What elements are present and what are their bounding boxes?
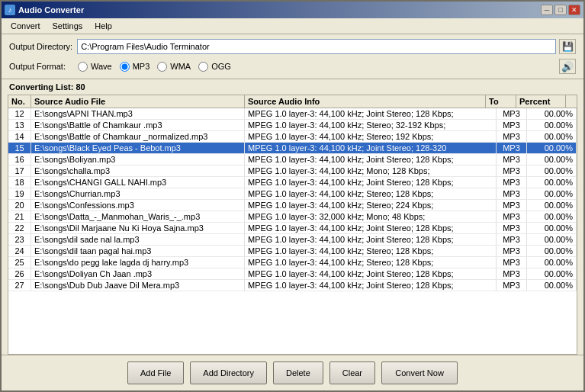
cell-file: E:\songs\Datta_-_Manmohan_Waris_-_.mp3 (31, 211, 245, 222)
format-row: Output Format: Wave MP3 WMA OGG 🔊 (9, 59, 576, 74)
cell-no: 13 (8, 120, 31, 130)
cell-info: MPEG 1.0 layer-3: 32,000 kHz; Mono; 48 K… (245, 211, 497, 222)
cell-no: 25 (8, 257, 31, 268)
file-table: No. Source Audio File Source Audio Info … (8, 95, 577, 355)
table-row[interactable]: 18 E:\songs\CHANGI GALL NAHI.mp3 MPEG 1.… (8, 177, 577, 188)
cell-percent: 00.00% (527, 257, 577, 268)
title-bar-buttons: ─ □ ✕ (541, 5, 580, 15)
cell-percent: 00.00% (527, 223, 577, 233)
toolbar: Output Directory: 💾 Output Format: Wave … (2, 34, 583, 79)
cell-file: E:\songs\Battle of Chamkaur _normalized.… (31, 131, 245, 142)
menu-help[interactable]: Help (88, 20, 118, 32)
table-row[interactable]: 23 E:\songs\dil sade nal la.mp3 MPEG 1.0… (8, 234, 577, 246)
cell-percent: 00.00% (527, 165, 577, 176)
cell-info: MPEG 1.0 layer-3: 44,100 kHz; Stereo; 19… (245, 131, 497, 142)
table-row[interactable]: 12 E:\songs\APNI THAN.mp3 MPEG 1.0 layer… (8, 108, 577, 120)
table-row[interactable]: 21 E:\songs\Datta_-_Manmohan_Waris_-_.mp… (8, 211, 577, 223)
cell-info: MPEG 1.0 layer-3: 44,100 kHz; Stereo; 12… (245, 188, 497, 199)
table-row[interactable]: 26 E:\songs\Doliyan Ch Jaan .mp3 MPEG 1.… (8, 268, 577, 280)
cell-to: MP3 (497, 246, 527, 256)
cell-file: E:\songs\do pegg lake lagda dj harry.mp3 (31, 257, 245, 268)
table-row[interactable]: 22 E:\songs\Dil Marjaane Nu Ki Hoya Sajn… (8, 223, 577, 234)
cell-no: 14 (8, 131, 31, 142)
cell-file: E:\songs\Boliyan.mp3 (31, 154, 245, 165)
main-window: ♪ Audio Converter ─ □ ✕ Convert Settings… (0, 0, 585, 392)
table-row[interactable]: 24 E:\songs\dil taan pagal hai.mp3 MPEG … (8, 246, 577, 257)
cell-to: MP3 (497, 108, 527, 119)
cell-file: E:\songs\Black Eyed Peas - Bebot.mp3 (31, 143, 245, 153)
title-bar: ♪ Audio Converter ─ □ ✕ (2, 2, 583, 18)
cell-no: 17 (8, 165, 31, 176)
cell-no: 18 (8, 177, 31, 188)
menu-bar: Convert Settings Help (2, 18, 583, 34)
cell-info: MPEG 1.0 layer-3: 44,100 kHz; Stereo; 12… (245, 257, 497, 268)
cell-percent: 00.00% (527, 268, 577, 279)
col-source-info: Source Audio Info (245, 95, 486, 108)
cell-percent: 00.00% (527, 211, 577, 222)
menu-settings[interactable]: Settings (47, 20, 89, 32)
cell-percent: 00.00% (527, 280, 577, 291)
cell-file: E:\songs\Dil Marjaane Nu Ki Hoya Sajna.m… (31, 223, 245, 233)
cell-file: E:\songs\Doliyan Ch Jaan .mp3 (31, 268, 245, 279)
cell-info: MPEG 1.0 layer-3: 44,100 kHz; Joint Ster… (245, 234, 497, 245)
converting-header: Converting List: 80 (2, 79, 583, 95)
format-ogg-radio[interactable] (198, 62, 208, 72)
table-row[interactable]: 13 E:\songs\Battle of Chamkaur .mp3 MPEG… (8, 120, 577, 131)
audio-preview-button[interactable]: 🔊 (559, 59, 576, 74)
cell-to: MP3 (497, 234, 527, 245)
add-directory-button[interactable]: Add Directory (190, 361, 267, 384)
format-wma-label: WMA (170, 62, 191, 71)
delete-button[interactable]: Delete (273, 361, 323, 384)
cell-percent: 00.00% (527, 108, 577, 119)
format-mp3-label: MP3 (133, 62, 150, 71)
minimize-button[interactable]: ─ (541, 5, 553, 15)
format-wave-label: Wave (91, 62, 112, 71)
maximize-button[interactable]: □ (554, 5, 567, 15)
cell-info: MPEG 1.0 layer-3: 44,100 kHz; Joint Ster… (245, 143, 497, 153)
cell-file: E:\songs\CHANGI GALL NAHI.mp3 (31, 177, 245, 188)
cell-no: 16 (8, 154, 31, 165)
cell-info: MPEG 1.0 layer-3: 44,100 kHz; Joint Ster… (245, 154, 497, 165)
cell-file: E:\songs\dil sade nal la.mp3 (31, 234, 245, 245)
cell-to: MP3 (497, 154, 527, 165)
table-row[interactable]: 17 E:\songs\challa.mp3 MPEG 1.0 layer-3:… (8, 165, 577, 177)
format-wave-radio[interactable] (78, 62, 88, 72)
output-dir-input[interactable] (77, 39, 556, 54)
app-icon: ♪ (5, 5, 15, 15)
cell-info: MPEG 1.0 layer-3: 44,100 kHz; Joint Ster… (245, 177, 497, 188)
format-wma-radio[interactable] (157, 62, 167, 72)
cell-to: MP3 (497, 200, 527, 210)
cell-no: 15 (8, 143, 31, 153)
cell-no: 19 (8, 188, 31, 199)
table-row[interactable]: 20 E:\songs\Confessions.mp3 MPEG 1.0 lay… (8, 200, 577, 211)
table-row[interactable]: 27 E:\songs\Dub Dub Jaave Dil Mera.mp3 M… (8, 280, 577, 291)
format-wave[interactable]: Wave (78, 62, 112, 72)
cell-to: MP3 (497, 120, 527, 130)
cell-percent: 00.00% (527, 131, 577, 142)
format-mp3[interactable]: MP3 (120, 62, 150, 72)
format-mp3-radio[interactable] (120, 62, 130, 72)
table-row[interactable]: 19 E:\songs\Churrian.mp3 MPEG 1.0 layer-… (8, 188, 577, 200)
cell-to: MP3 (497, 257, 527, 268)
table-body[interactable]: 12 E:\songs\APNI THAN.mp3 MPEG 1.0 layer… (8, 108, 577, 354)
save-dir-button[interactable]: 💾 (559, 39, 576, 54)
clear-button[interactable]: Clear (329, 361, 375, 384)
cell-to: MP3 (497, 280, 527, 291)
convert-now-button[interactable]: Convert Now (381, 361, 458, 384)
cell-no: 26 (8, 268, 31, 279)
close-button[interactable]: ✕ (568, 5, 580, 15)
cell-to: MP3 (497, 143, 527, 153)
cell-file: E:\songs\APNI THAN.mp3 (31, 108, 245, 119)
cell-info: MPEG 1.0 layer-3: 44,100 kHz; Joint Ster… (245, 268, 497, 279)
cell-to: MP3 (497, 223, 527, 233)
table-row[interactable]: 25 E:\songs\do pegg lake lagda dj harry.… (8, 257, 577, 268)
table-row[interactable]: 16 E:\songs\Boliyan.mp3 MPEG 1.0 layer-3… (8, 154, 577, 165)
cell-percent: 00.00% (527, 177, 577, 188)
format-ogg[interactable]: OGG (198, 62, 231, 72)
format-wma[interactable]: WMA (157, 62, 191, 72)
menu-convert[interactable]: Convert (5, 20, 47, 32)
format-ogg-label: OGG (211, 62, 231, 71)
table-row[interactable]: 14 E:\songs\Battle of Chamkaur _normaliz… (8, 131, 577, 143)
add-file-button[interactable]: Add File (127, 361, 184, 384)
table-row[interactable]: 15 E:\songs\Black Eyed Peas - Bebot.mp3 … (8, 143, 577, 154)
